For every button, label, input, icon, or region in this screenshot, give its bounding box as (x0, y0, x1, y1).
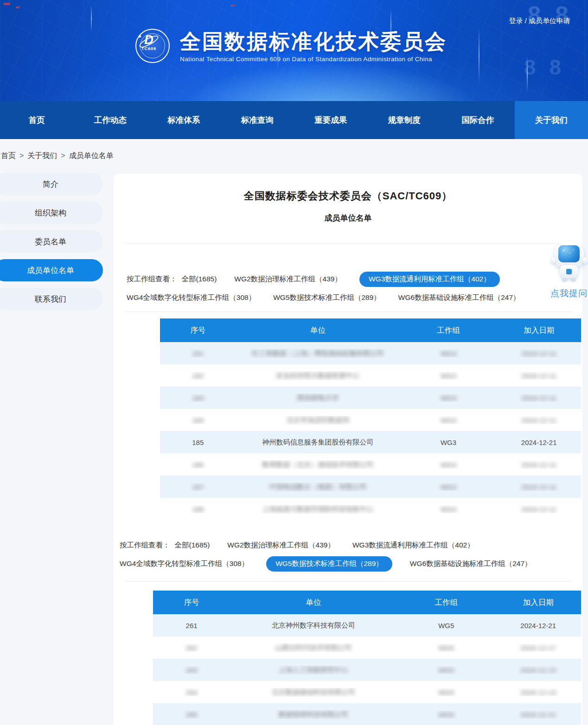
table-row: 185神州数码信息服务集团股份有限公司WG32024-12-21 (160, 431, 581, 453)
banner-decor-mark (230, 5, 235, 6)
workgroup-filter[interactable]: WG3数据流通利用标准工作组（402） (352, 541, 474, 550)
page-subtitle: 成员单位名单 (114, 213, 582, 224)
table-header-cell: 序号 (153, 598, 230, 608)
cell-unit: 数果数据（北京）基础技术有限公司 (236, 460, 400, 469)
nav-item-0[interactable]: 首页 (0, 101, 74, 139)
site-subtitle-en: National Technical Committee 609 on Data… (180, 56, 447, 63)
sidebar: 简介组织架构委员名单成员单位名单联系我们 (0, 173, 103, 317)
filter-row: WG4全域数字化转型标准工作组（308）WG5数据技术标准工作组（289）WG6… (120, 556, 582, 571)
cell-workgroup: WG3 (400, 461, 497, 469)
cell-unit: 西安邮电大学 (236, 394, 400, 402)
nav-item-3[interactable]: 标准查询 (221, 101, 294, 139)
workgroup-filter[interactable]: 全部(1685) (182, 274, 217, 284)
sidebar-item-4[interactable]: 联系我们 (0, 288, 103, 310)
nav-item-6[interactable]: 国际合作 (441, 101, 515, 139)
cell-workgroup: WG5 (397, 644, 495, 652)
workgroup-filter[interactable]: WG4全域数字化转型标准工作组（308） (120, 559, 249, 569)
breadcrumb-item-0[interactable]: 首页 (1, 152, 16, 159)
cell-unit: 北京神州数字科技有限公司 (230, 621, 397, 630)
workgroup-filter[interactable]: WG5数据技术标准工作组（289） (273, 293, 381, 303)
cell-no: 184 (160, 416, 236, 424)
committee-logo: D TC609 (135, 29, 170, 63)
workgroup-filter[interactable]: WG4全域数字化转型标准工作组（308） (127, 293, 256, 303)
cell-date: 2024-12-11 (497, 372, 581, 380)
cell-workgroup: WG3 (400, 372, 497, 380)
table-row: 184北京市海淀区数据局WG32024-12-11 (160, 409, 581, 431)
workgroup-filter-selected[interactable]: WG5数据技术标准工作组（289） (266, 556, 392, 572)
table-row: 181长三角数据（上海）网络基础设施有限公司WG32024-12-11 (160, 342, 581, 364)
cell-date: 2024-12-11 (497, 394, 581, 402)
cell-date: 2024-12-11 (497, 505, 581, 513)
cell-date: 2024-12-21 (497, 439, 581, 446)
cell-unit: 农业农村部大数据发展中心 (236, 371, 400, 380)
cell-workgroup: WG5 (397, 711, 495, 719)
login-apply-link[interactable]: 登录 / 成员单位申请 (509, 17, 570, 25)
assistant-label[interactable]: 点我提问 (550, 287, 588, 299)
table-row: 263上海人工智能研究中心WG52024-12-13 (153, 659, 581, 681)
table-header-cell: 工作组 (397, 598, 495, 608)
content-card: 全国数据标委会技术委员会（SAC/TC609） 成员单位名单 按工作组查看：全部… (114, 174, 582, 725)
cell-workgroup: WG5 (397, 666, 495, 674)
divider (126, 243, 572, 244)
table-header-row: 序号单位工作组加入日期 (153, 591, 581, 614)
robot-arm (582, 257, 588, 264)
cell-unit: 上海人工智能研究中心 (230, 666, 397, 674)
cell-date: 2024-12-13 (495, 666, 581, 674)
member-section-wg3: 按工作组查看：全部(1685)WG2数据治理标准工作组（439）WG3数据流通利… (114, 272, 582, 520)
workgroup-filter[interactable]: WG2数据治理标准工作组（439） (227, 541, 335, 550)
nav-item-1[interactable]: 工作动态 (74, 101, 147, 139)
cell-workgroup: WG3 (400, 350, 497, 357)
cell-unit: 北京数据基础科技有限公司 (230, 688, 397, 697)
workgroup-filter[interactable]: WG6数据基础设施标准工作组（247） (410, 559, 532, 569)
cell-unit: 上海临港大数据学国际科技创新中心 (236, 505, 400, 514)
table-row: 264北京数据基础科技有限公司WG52024-12-13 (153, 681, 581, 703)
cell-no: 182 (160, 372, 236, 380)
cell-no: 262 (153, 644, 230, 652)
filter-row: 按工作组查看：全部(1685)WG2数据治理标准工作组（439）WG3数据流通利… (120, 538, 582, 553)
workgroup-filter[interactable]: 全部(1685) (175, 541, 210, 550)
workgroup-filter-selected[interactable]: WG3数据流通利用标准工作组（402） (359, 272, 500, 287)
sidebar-item-1[interactable]: 组织架构 (0, 202, 103, 224)
cell-date: 2024-12-13 (495, 688, 581, 696)
table-row: 188上海临港大数据学国际科技创新中心WG32024-12-11 (160, 498, 581, 520)
workgroup-filter[interactable]: WG2数据治理标准工作组（439） (234, 274, 342, 284)
table-row: 265数据智研科技有限公司WG52024-12-21 (153, 703, 581, 725)
banner-light-streak (479, 28, 479, 83)
nav-item-4[interactable]: 重要成果 (294, 101, 368, 139)
nav-item-5[interactable]: 规章制度 (368, 101, 441, 139)
sidebar-item-0[interactable]: 简介 (0, 173, 103, 195)
cell-no: 264 (153, 688, 230, 696)
table-row: 187中国电信数主（集团）有限公司WG32024-12-11 (160, 476, 581, 498)
cell-unit: 中国电信数主（集团）有限公司 (236, 483, 400, 491)
workgroup-filters: 按工作组查看：全部(1685)WG2数据治理标准工作组（439）WG3数据流通利… (127, 272, 582, 305)
sidebar-item-3[interactable]: 成员单位名单 (0, 259, 103, 281)
cell-unit: 山西云时代技术有限公司 (230, 643, 397, 652)
nav-item-2[interactable]: 标准体系 (147, 101, 221, 139)
filter-row: WG4全域数字化转型标准工作组（308）WG5数据技术标准工作组（289）WG6… (127, 290, 582, 305)
cell-unit: 长三角数据（上海）网络基础设施有限公司 (236, 349, 400, 358)
cell-unit: 数据智研科技有限公司 (230, 710, 397, 719)
cell-date: 2024-12-11 (497, 350, 581, 357)
cell-date: 2024-12-11 (497, 483, 581, 491)
page-title: 全国数据标委会技术委员会（SAC/TC609） (114, 174, 582, 203)
cell-no: 265 (153, 711, 230, 719)
table-row: 262山西云时代技术有限公司WG52024-12-17 (153, 636, 581, 659)
cell-date: 2024-12-21 (495, 711, 581, 719)
logo-dot (139, 35, 141, 38)
nav-item-7[interactable]: 关于我们 (515, 101, 588, 139)
cell-date: 2024-12-21 (495, 622, 581, 630)
sidebar-item-2[interactable]: 委员名单 (0, 230, 103, 253)
workgroup-filters: 按工作组查看：全部(1685)WG2数据治理标准工作组（439）WG3数据流通利… (120, 538, 582, 571)
breadcrumb-separator: > (19, 152, 24, 159)
divider (126, 312, 572, 312)
table-header-cell: 加入日期 (497, 325, 581, 336)
table-header-cell: 单位 (230, 598, 397, 608)
table-row: 182农业农村部大数据发展中心WG32024-12-11 (160, 364, 581, 387)
site-title: 全国数据标准化技术委员会 (180, 30, 447, 54)
member-table-wg5: 序号单位工作组加入日期261北京神州数字科技有限公司WG52024-12-212… (153, 591, 581, 725)
breadcrumb-item-1[interactable]: 关于我们 (27, 152, 57, 159)
cell-workgroup: WG3 (400, 416, 497, 424)
workgroup-filter[interactable]: WG6数据基础设施标准工作组（247） (398, 293, 520, 303)
table-header-row: 序号单位工作组加入日期 (160, 318, 581, 342)
assistant-mascot[interactable]: 点我提问 (550, 242, 588, 299)
